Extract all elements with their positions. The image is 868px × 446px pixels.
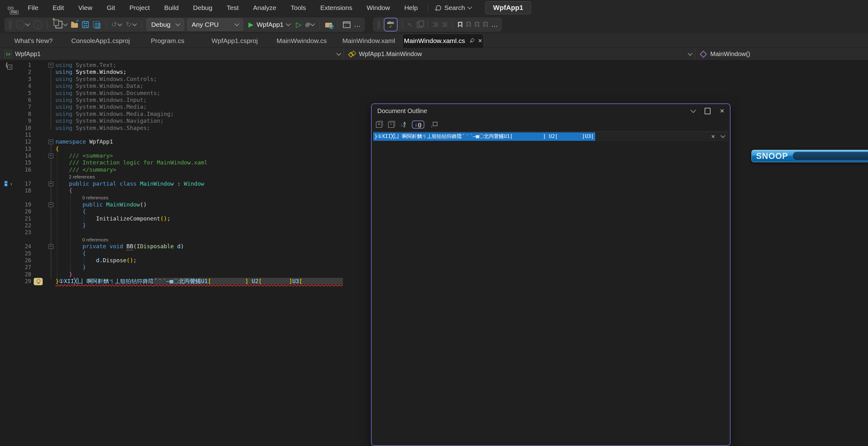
- menu-item-help[interactable]: Help: [397, 0, 425, 15]
- breadcrumb-project[interactable]: C# WpfApp1: [0, 48, 344, 60]
- start-debugging-button[interactable]: ▶ WpfApp1: [246, 21, 293, 28]
- code-text[interactable]: using System.Windows.Documents;: [56, 90, 868, 97]
- toolbar-drag-grip[interactable]: [378, 21, 380, 29]
- type-dropdown-chevron-icon[interactable]: [688, 51, 693, 56]
- menu-item-tools[interactable]: Tools: [283, 0, 313, 15]
- menu-item-git[interactable]: Git: [99, 0, 122, 15]
- tab-mainwindow.xaml.cs[interactable]: MainWindow.xaml.cs×: [402, 34, 484, 48]
- toolbar-overflow-button[interactable]: …: [354, 21, 361, 29]
- code-text[interactable]: using System.Windows;: [56, 69, 868, 75]
- copy-structure-button[interactable]: [416, 21, 423, 28]
- collapse-all-icon[interactable]: −: [388, 122, 394, 128]
- fold-marker[interactable]: −: [48, 201, 54, 208]
- tab-program.cs[interactable]: Program.cs: [134, 34, 201, 48]
- undo-button[interactable]: ↺: [111, 21, 122, 29]
- selection-mode-button[interactable]: ↖: [407, 21, 413, 29]
- close-icon[interactable]: ×: [720, 108, 724, 114]
- menu-item-build[interactable]: Build: [157, 0, 186, 15]
- search-button[interactable]: Search: [432, 4, 476, 11]
- code-line[interactable]: 3using System.Windows.Controls;: [0, 76, 868, 82]
- code-line[interactable]: {↗1−using System.Text;: [0, 62, 868, 69]
- codelens-references[interactable]: 0 references: [82, 236, 108, 243]
- toolbar-separator: [319, 21, 320, 29]
- document-outline-filter-row[interactable]: }①XII╳凵 啊阿鼾麶ㄎ丄狙狛狜狝鋒陹´｀˙–▦〇北丙醟鱦U1[ ] U2[ …: [373, 131, 728, 141]
- fold-marker[interactable]: −: [48, 62, 54, 69]
- hot-reload-button[interactable]: [305, 22, 315, 28]
- sync-with-active-document-icon[interactable]: [431, 122, 437, 127]
- menu-item-extensions[interactable]: Extensions: [313, 0, 360, 15]
- window-position-chevron-icon[interactable]: [690, 107, 696, 113]
- solution-configuration-dropdown[interactable]: Debug: [147, 19, 184, 31]
- project-badge[interactable]: WpfApp1: [485, 1, 531, 14]
- sort-alphabetical-icon[interactable]: ↓AZ: [400, 122, 406, 127]
- save-all-button[interactable]: [92, 21, 101, 29]
- selected-outline-item[interactable]: }①XII╳凵 啊阿鼾麶ㄎ丄狙狛狜狝鋒陹´｀˙–▦〇北丙醟鱦U1[ ] U2[ …: [373, 132, 595, 141]
- next-bookmark-button[interactable]: [474, 21, 480, 28]
- menu-item-view[interactable]: View: [71, 0, 99, 15]
- toolbar-drag-grip[interactable]: [9, 21, 11, 29]
- menu-item-window[interactable]: Window: [360, 0, 397, 15]
- menu-item-edit[interactable]: Edit: [45, 0, 71, 15]
- tab-close-icon[interactable]: ×: [478, 38, 482, 44]
- codelens-references[interactable]: 0 references: [82, 194, 108, 201]
- code-line[interactable]: 5using System.Windows.Documents;: [0, 90, 868, 97]
- sort-by-type-icon-selected[interactable]: ↓{}: [412, 121, 424, 129]
- code-line[interactable]: 2using System.Windows;: [0, 69, 868, 75]
- snoop-overlay-bar[interactable]: SNOOP: [751, 150, 868, 162]
- code-line[interactable]: 6using System.Windows.Input;: [0, 97, 868, 103]
- menu-item-project[interactable]: Project: [122, 0, 157, 15]
- codelens-references[interactable]: 2 references: [69, 173, 95, 180]
- open-file-button[interactable]: [70, 21, 79, 28]
- code-text[interactable]: using System.Windows.Controls;: [56, 76, 868, 82]
- line-number: 25: [0, 250, 31, 257]
- breadcrumb-member[interactable]: MainWindow(): [695, 48, 868, 60]
- tab-consoleapp1.csproj[interactable]: ConsoleApp1.csproj: [67, 34, 134, 48]
- start-without-debugging-button[interactable]: ▷: [295, 20, 302, 30]
- line-number: 21: [0, 215, 31, 222]
- pin-icon[interactable]: [468, 37, 475, 44]
- toggle-bookmark-button[interactable]: [457, 21, 463, 28]
- fold-marker[interactable]: −: [48, 243, 54, 250]
- navigate-back-button[interactable]: ←: [15, 20, 30, 30]
- web-preview-button[interactable]: [342, 21, 351, 29]
- code-text[interactable]: using System.Windows.Data;: [56, 82, 868, 90]
- breadcrumb-type[interactable]: WpfApp1.MainWindow: [344, 48, 695, 60]
- increase-indent-button[interactable]: [441, 22, 448, 27]
- tab-mainwwindow.cs[interactable]: MainWwindow.cs: [268, 34, 335, 48]
- fold-marker[interactable]: −: [48, 180, 54, 187]
- maximize-icon[interactable]: [705, 108, 711, 114]
- clear-icon[interactable]: ×: [711, 133, 715, 140]
- previous-bookmark-button[interactable]: [466, 21, 471, 28]
- lightbulb-icon[interactable]: [34, 278, 43, 285]
- menu-item-analyze[interactable]: Analyze: [246, 0, 283, 15]
- snoop-drag-bar[interactable]: [793, 152, 868, 161]
- find-in-files-button[interactable]: [324, 22, 333, 28]
- spell-checker-toggle[interactable]: abc ✓: [384, 18, 398, 31]
- menu-item-file[interactable]: File: [21, 0, 45, 15]
- document-outline-titlebar[interactable]: Document Outline ×: [372, 104, 730, 118]
- code-line[interactable]: 4using System.Windows.Data;: [0, 82, 868, 90]
- code-text[interactable]: using System.Text;: [56, 62, 868, 69]
- code-text[interactable]: using System.Windows.Input;: [56, 97, 868, 103]
- menu-item-debug[interactable]: Debug: [186, 0, 219, 15]
- decrease-indent-button[interactable]: [432, 22, 439, 27]
- config-chevron-icon: [175, 22, 180, 27]
- toolbar-overflow-button[interactable]: …: [491, 21, 498, 29]
- outline-dropdown-chevron-icon[interactable]: [720, 133, 725, 138]
- redo-button[interactable]: ↻: [125, 21, 136, 29]
- clear-bookmarks-button[interactable]: [483, 21, 488, 28]
- navigate-forward-button[interactable]: →: [33, 20, 43, 30]
- fold-marker[interactable]: −: [48, 138, 54, 145]
- new-project-button[interactable]: [52, 20, 68, 29]
- menu-item-test[interactable]: Test: [219, 0, 246, 15]
- save-button[interactable]: [82, 21, 90, 29]
- project-dropdown-chevron-icon[interactable]: [336, 51, 341, 56]
- tab-wpfapp1.csproj[interactable]: WpfApp1.csproj: [201, 34, 268, 48]
- solution-platform-dropdown[interactable]: Any CPU: [187, 19, 243, 31]
- tab-mainwindow.xaml[interactable]: MainWindow.xaml: [335, 34, 402, 48]
- tab-whatsnew[interactable]: What's New?: [0, 34, 67, 48]
- expand-all-icon[interactable]: +: [376, 122, 382, 128]
- toolbar-separator: [337, 21, 338, 29]
- open-folder-icon: [71, 23, 78, 28]
- fold-marker[interactable]: −: [48, 152, 54, 159]
